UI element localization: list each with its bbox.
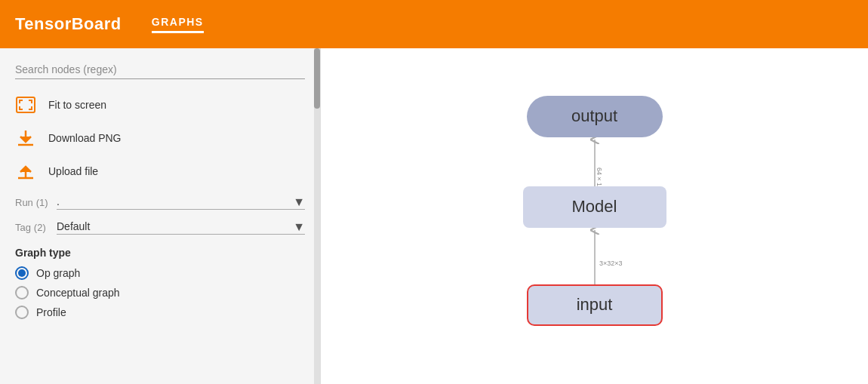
header: TensorBoard GRAPHS xyxy=(0,0,868,48)
node-model-label: Model xyxy=(572,197,617,217)
app-title: TensorBoard xyxy=(15,14,122,34)
svg-text:3×32×3: 3×32×3 xyxy=(599,260,623,267)
node-output-label: output xyxy=(571,106,617,126)
radio-op-graph[interactable]: Op graph xyxy=(15,266,305,280)
download-png-button[interactable]: Download PNG xyxy=(15,127,305,149)
radio-conceptual-graph[interactable]: Conceptual graph xyxy=(15,286,305,300)
nav-graphs[interactable]: GRAPHS xyxy=(152,16,204,33)
radio-profile[interactable]: Profile xyxy=(15,306,305,319)
node-input-label: input xyxy=(577,295,613,315)
run-label: Run (1) xyxy=(15,196,57,208)
graph-area: 64×10 3×32×3 output Model input xyxy=(321,48,868,384)
node-output[interactable]: output xyxy=(527,96,663,137)
download-png-label: Download PNG xyxy=(48,132,122,144)
run-select[interactable]: . xyxy=(57,194,305,210)
scrollbar-thumb[interactable] xyxy=(314,48,320,109)
sidebar: Fit to screen Download PNG xyxy=(0,48,321,384)
radio-profile-circle[interactable] xyxy=(15,306,29,319)
radio-profile-label: Profile xyxy=(36,306,66,318)
graph-type-radio-group: Op graph Conceptual graph Profile xyxy=(15,266,305,319)
tag-label: Tag (2) xyxy=(15,221,57,233)
radio-op-graph-label: Op graph xyxy=(36,267,80,279)
radio-conceptual-graph-label: Conceptual graph xyxy=(36,287,120,299)
upload-icon xyxy=(15,161,36,182)
search-input[interactable] xyxy=(15,60,305,79)
fit-to-screen-icon xyxy=(15,94,36,115)
radio-conceptual-graph-circle[interactable] xyxy=(15,286,29,300)
main-layout: Fit to screen Download PNG xyxy=(0,48,868,384)
upload-file-button[interactable]: Upload file xyxy=(15,161,305,182)
upload-file-label: Upload file xyxy=(48,165,98,177)
radio-op-graph-circle[interactable] xyxy=(15,266,29,280)
tag-dropdown-row: Tag (2) Default ▼ xyxy=(15,219,305,235)
node-input[interactable]: input xyxy=(527,284,663,326)
graph-container: 64×10 3×32×3 output Model input xyxy=(497,96,693,337)
fit-to-screen-button[interactable]: Fit to screen xyxy=(15,94,305,115)
tag-select[interactable]: Default xyxy=(57,219,305,235)
scrollbar-track[interactable] xyxy=(314,48,320,384)
fit-to-screen-label: Fit to screen xyxy=(48,99,106,111)
run-dropdown-row: Run (1) . ▼ xyxy=(15,194,305,210)
graph-type-title: Graph type xyxy=(15,247,305,259)
download-icon xyxy=(15,127,36,149)
node-model[interactable]: Model xyxy=(523,186,666,228)
